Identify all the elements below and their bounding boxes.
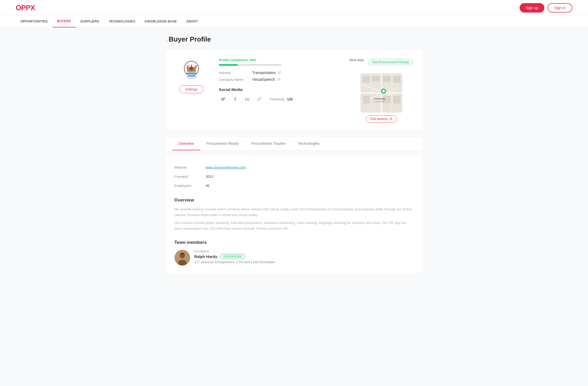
industry-edit-icon[interactable] xyxy=(278,71,281,74)
svg-rect-7 xyxy=(189,65,190,66)
tab-technologies[interactable]: Technologies xyxy=(292,137,326,150)
avatar xyxy=(174,250,190,266)
svg-rect-30 xyxy=(393,96,400,103)
edit-address-button[interactable]: Edit address xyxy=(366,115,397,123)
profile-card: MAID STONE Borough Council Settings Prof… xyxy=(166,51,422,130)
progress-bar-bg xyxy=(219,64,282,66)
svg-text:STRATFORD: STRATFORD xyxy=(375,101,384,102)
svg-rect-28 xyxy=(393,76,400,83)
overview-title: Overview xyxy=(174,198,414,203)
social-media-title: Social Media xyxy=(219,87,339,92)
signin-button[interactable]: Sign in xyxy=(548,3,572,13)
following-label: Following: 123 xyxy=(270,97,293,101)
map-svg: СТРАТФОРД STRATFORD xyxy=(360,73,402,113)
company-name-edit-icon[interactable] xyxy=(277,78,281,81)
member-name-row: Ralph Hardy Administrator xyxy=(194,254,275,259)
company-logo-svg: MAID STONE Borough Council xyxy=(177,59,206,80)
svg-text:Borough Council: Borough Council xyxy=(188,78,195,79)
member-name: Ralph Hardy xyxy=(194,254,217,259)
tabs-section: Overview Procurement Ready Procurement T… xyxy=(166,137,422,150)
profile-middle: Profile completed: 30% Industry Transpor… xyxy=(219,58,339,123)
industry-row: Industry Transportation xyxy=(219,71,339,75)
profile-right: Next step: Get Procurement Ready xyxy=(349,58,414,123)
page-title-bar: . Buyer Profile xyxy=(166,35,422,43)
nav-suppliers[interactable]: SUPPLIERS xyxy=(76,16,104,27)
company-name-row: Company Name VirtualSpeech xyxy=(219,77,339,82)
founded-value: 2012 xyxy=(206,175,213,178)
member-info: FOUNDER Ralph Hardy Administrator 17+ ye… xyxy=(194,250,275,264)
settings-button[interactable]: Settings xyxy=(179,85,203,93)
header-buttons: Sign up Sign in xyxy=(520,3,572,13)
edit-address-icon xyxy=(389,117,392,120)
social-media-section: Social Media xyxy=(219,87,339,103)
page: . Buyer Profile xyxy=(150,27,438,281)
tab-overview[interactable]: Overview xyxy=(172,137,200,150)
nav: OPPORTUNITIES BUYERS SUPPLIERS TECHNOLOG… xyxy=(0,16,588,27)
next-step-row: Next step: Get Procurement Ready xyxy=(349,58,414,66)
tab-procurement-tracker[interactable]: Procurement Tracker xyxy=(245,137,292,150)
link-icon[interactable] xyxy=(255,95,263,103)
website-row: Website: www.dxsummitlondon.com xyxy=(174,163,414,172)
svg-rect-26 xyxy=(363,96,370,103)
svg-rect-25 xyxy=(372,76,380,81)
following-count: 123 xyxy=(287,97,293,101)
company-logo: MAID STONE Borough Council xyxy=(176,58,207,82)
svg-rect-24 xyxy=(363,76,370,83)
page-title: Buyer Profile xyxy=(169,35,211,43)
website-label: Website: xyxy=(174,165,206,169)
tab-procurement-ready[interactable]: Procurement Ready xyxy=(200,137,245,150)
svg-rect-8 xyxy=(191,65,192,66)
svg-rect-27 xyxy=(383,76,391,82)
procurement-ready-button[interactable]: Get Procurement Ready xyxy=(368,58,414,66)
svg-point-32 xyxy=(382,90,385,93)
signup-button[interactable]: Sign up xyxy=(520,3,544,13)
website-value[interactable]: www.dxsummitlondon.com xyxy=(206,165,246,169)
avatar-svg xyxy=(174,250,190,266)
admin-badge: Administrator xyxy=(220,254,245,259)
company-name-label: Company Name xyxy=(219,78,250,82)
team-title: Team members xyxy=(174,240,414,245)
employees-label: Employees: xyxy=(174,184,206,188)
svg-rect-10 xyxy=(196,65,197,66)
map-container: СТРАТФОРД STRATFORD xyxy=(360,73,402,113)
logo: OPPX xyxy=(16,4,35,12)
svg-text:СТРАТФОРД: СТРАТФОРД xyxy=(374,98,385,100)
svg-point-16 xyxy=(245,97,246,98)
employees-row: Employees: 45 xyxy=(174,181,414,190)
svg-rect-6 xyxy=(187,65,188,66)
profile-fields: Industry Transportation Company Name Vir… xyxy=(219,71,339,82)
employees-value: 45 xyxy=(206,184,209,188)
nav-technologies[interactable]: TECHNOLOGIES xyxy=(104,16,140,27)
svg-rect-3 xyxy=(187,66,188,68)
industry-value: Transportation xyxy=(252,71,276,75)
twitter-icon[interactable] xyxy=(219,95,227,103)
svg-point-11 xyxy=(186,72,197,75)
nav-buyers[interactable]: BUYERS xyxy=(53,16,76,27)
overview-text-2: Our courses include public speaking, int… xyxy=(174,220,414,232)
facebook-icon[interactable] xyxy=(231,95,239,103)
logo-text: OPPX xyxy=(16,4,35,12)
nav-opportunities[interactable]: OPPORTUNITIES xyxy=(16,16,53,27)
member-bio: 17+ years as Entrepreneur, CTO and Lead … xyxy=(194,260,275,264)
social-icons-row: Following: 123 xyxy=(219,95,339,103)
tabs-row: Overview Procurement Ready Procurement T… xyxy=(172,137,416,150)
content-section: Website: www.dxsummitlondon.com Founded:… xyxy=(166,155,422,273)
svg-rect-9 xyxy=(195,65,196,66)
team-section: Team members FOUNDER xyxy=(174,240,414,266)
next-step-label: Next step: xyxy=(349,58,365,62)
info-table: Website: www.dxsummitlondon.com Founded:… xyxy=(174,163,414,190)
header: OPPX Sign up Sign in xyxy=(0,0,588,16)
nav-about[interactable]: ABOUT xyxy=(182,16,203,27)
company-name-value: VirtualSpeech xyxy=(252,77,275,82)
member-role: FOUNDER xyxy=(194,250,275,253)
page-title-dot: . xyxy=(166,36,168,43)
linkedin-icon[interactable] xyxy=(243,95,251,103)
profile-completed: Profile completed: 30% xyxy=(219,58,339,62)
founded-row: Founded: 2012 xyxy=(174,172,414,181)
progress-bar-fill xyxy=(219,64,238,66)
profile-completed-label: Profile completed: xyxy=(219,58,248,62)
profile-completed-percent: 30% xyxy=(249,58,256,62)
nav-knowledge-base[interactable]: KNOWLEDGE BASE xyxy=(140,16,182,27)
svg-rect-5 xyxy=(195,66,196,68)
industry-label: Industry xyxy=(219,71,250,75)
